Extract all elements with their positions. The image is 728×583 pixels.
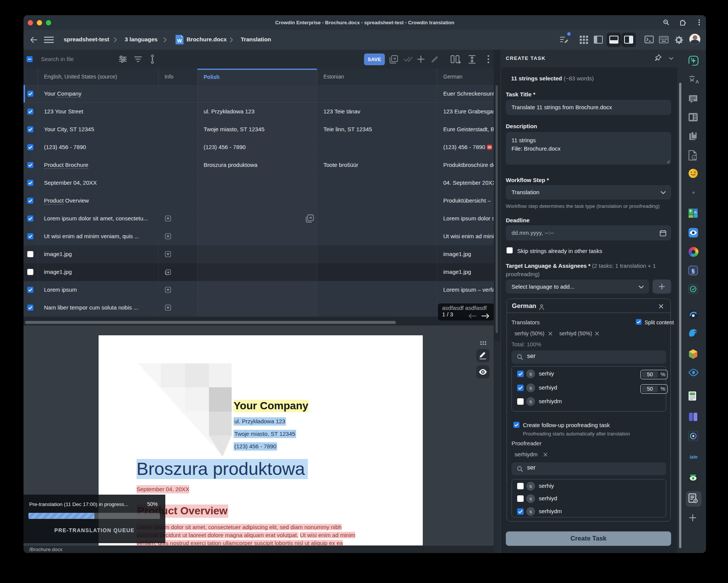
- svg-text:A: A: [695, 79, 699, 85]
- svg-text:W: W: [177, 38, 182, 44]
- svg-text:§: §: [692, 267, 695, 274]
- svg-text:i: i: [694, 156, 695, 160]
